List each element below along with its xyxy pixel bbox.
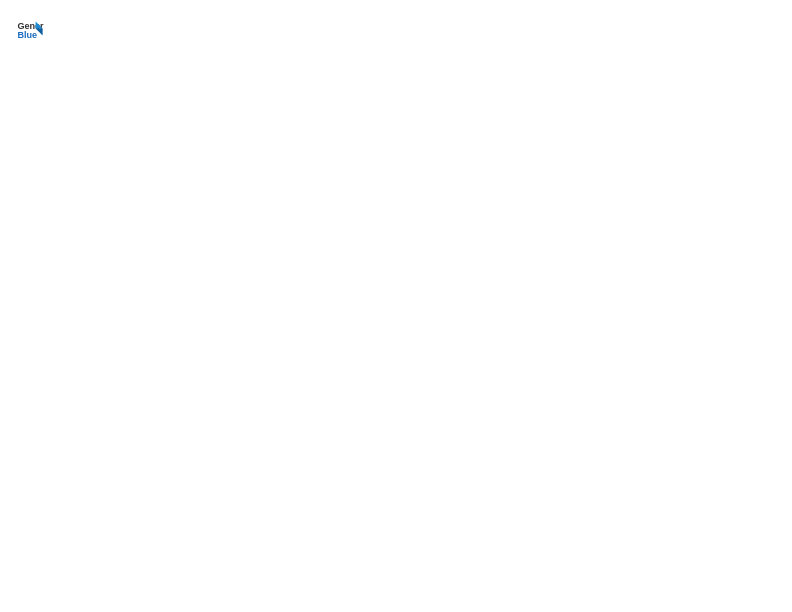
logo: General Blue	[16, 16, 44, 44]
svg-text:Blue: Blue	[17, 30, 37, 40]
header: General Blue	[16, 16, 776, 44]
logo-icon: General Blue	[16, 16, 44, 44]
